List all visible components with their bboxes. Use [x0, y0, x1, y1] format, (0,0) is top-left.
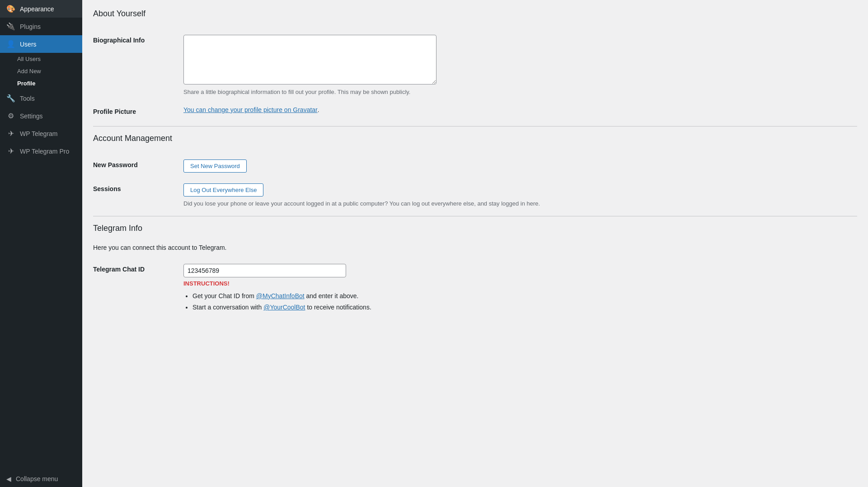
set-new-password-button[interactable]: Set New Password: [183, 159, 247, 173]
divider-1: [93, 126, 857, 126]
sidebar: 🎨 Appearance 🔌 Plugins 👤 Users All Users…: [0, 0, 82, 487]
main-content: About Yourself Biographical Info Share a…: [82, 0, 868, 487]
telegram-chat-id-row: Telegram Chat ID INSTRUCTIONS! Get your …: [93, 258, 857, 318]
biographical-info-label: Biographical Info: [93, 37, 145, 44]
instruction-2-prefix: Start a conversation with: [192, 304, 263, 311]
sidebar-item-users[interactable]: 👤 Users: [0, 35, 82, 53]
instructions-list: Get your Chat ID from @MyChatInfoBot and…: [183, 290, 857, 313]
instruction-1-prefix: Get your Chat ID from: [192, 292, 256, 300]
profile-picture-row: Profile Picture You can change your prof…: [93, 101, 857, 122]
your-cool-bot-link[interactable]: @YourCoolBot: [263, 304, 305, 311]
sidebar-item-tools-label: Tools: [20, 95, 35, 102]
sidebar-item-wp-telegram[interactable]: ✈ WP Telegram: [0, 125, 82, 142]
sessions-description: Did you lose your phone or leave your ac…: [183, 200, 590, 207]
new-password-row: New Password Set New Password: [93, 154, 857, 178]
instruction-2: Start a conversation with @YourCoolBot t…: [192, 302, 857, 313]
sidebar-item-wp-telegram-label: WP Telegram: [20, 130, 58, 137]
telegram-info-table: Telegram Chat ID INSTRUCTIONS! Get your …: [93, 258, 857, 318]
sidebar-item-tools[interactable]: 🔧 Tools: [0, 89, 82, 107]
sidebar-item-users-label: Users: [20, 41, 37, 48]
sidebar-item-plugins[interactable]: 🔌 Plugins: [0, 18, 82, 35]
telegram-info-title: Telegram Info: [93, 224, 857, 237]
sessions-row: Sessions Log Out Everywhere Else Did you…: [93, 178, 857, 212]
telegram-icon: ✈: [6, 129, 15, 138]
sidebar-item-wp-telegram-pro-label: WP Telegram Pro: [20, 148, 69, 155]
sidebar-subitem-all-users[interactable]: All Users: [0, 53, 82, 65]
collapse-icon: ◀: [6, 475, 11, 482]
gravatar-suffix: .: [318, 107, 319, 113]
telegram-chat-id-input[interactable]: [183, 264, 346, 277]
sidebar-item-appearance-label: Appearance: [20, 5, 54, 13]
instruction-1-suffix: and enter it above.: [305, 292, 359, 300]
sidebar-subitem-profile[interactable]: Profile: [0, 77, 82, 89]
account-management-table: New Password Set New Password Sessions L…: [93, 154, 857, 212]
users-icon: 👤: [6, 40, 15, 48]
profile-picture-label: Profile Picture: [93, 108, 136, 115]
sidebar-item-appearance[interactable]: 🎨 Appearance: [0, 0, 82, 18]
biographical-info-description: Share a little biographical information …: [183, 89, 436, 95]
sidebar-item-wp-telegram-pro[interactable]: ✈ WP Telegram Pro: [0, 142, 82, 160]
about-yourself-table: Biographical Info Share a little biograp…: [93, 29, 857, 122]
instruction-2-suffix: to receive notifications.: [305, 304, 371, 311]
about-yourself-title: About Yourself: [93, 9, 857, 22]
appearance-icon: 🎨: [6, 5, 15, 13]
users-submenu: All Users Add New Profile: [0, 53, 82, 89]
instructions-label: INSTRUCTIONS!: [183, 280, 857, 287]
plugins-icon: 🔌: [6, 22, 15, 31]
collapse-menu-label: Collapse menu: [16, 475, 58, 482]
new-password-label: New Password: [93, 161, 138, 169]
tools-icon: 🔧: [6, 94, 15, 103]
sidebar-item-settings-label: Settings: [20, 112, 43, 120]
divider-2: [93, 216, 857, 216]
collapse-menu-button[interactable]: ◀ Collapse menu: [0, 471, 82, 487]
logout-everywhere-button[interactable]: Log Out Everywhere Else: [183, 183, 263, 197]
telegram-pro-icon: ✈: [6, 147, 15, 155]
instruction-1: Get your Chat ID from @MyChatInfoBot and…: [192, 290, 857, 302]
sessions-label: Sessions: [93, 185, 121, 192]
telegram-info-description: Here you can connect this account to Tel…: [93, 244, 857, 251]
my-chat-info-bot-link[interactable]: @MyChatInfoBot: [256, 292, 305, 300]
settings-icon: ⚙: [6, 112, 15, 120]
biographical-info-textarea[interactable]: [183, 35, 436, 84]
account-management-title: Account Management: [93, 134, 857, 147]
gravatar-link[interactable]: You can change your profile picture on G…: [183, 106, 318, 113]
sidebar-subitem-add-new[interactable]: Add New: [0, 65, 82, 77]
sidebar-item-plugins-label: Plugins: [20, 23, 41, 30]
biographical-info-row: Biographical Info Share a little biograp…: [93, 29, 857, 101]
sidebar-item-settings[interactable]: ⚙ Settings: [0, 107, 82, 125]
telegram-chat-id-label: Telegram Chat ID: [93, 266, 145, 273]
